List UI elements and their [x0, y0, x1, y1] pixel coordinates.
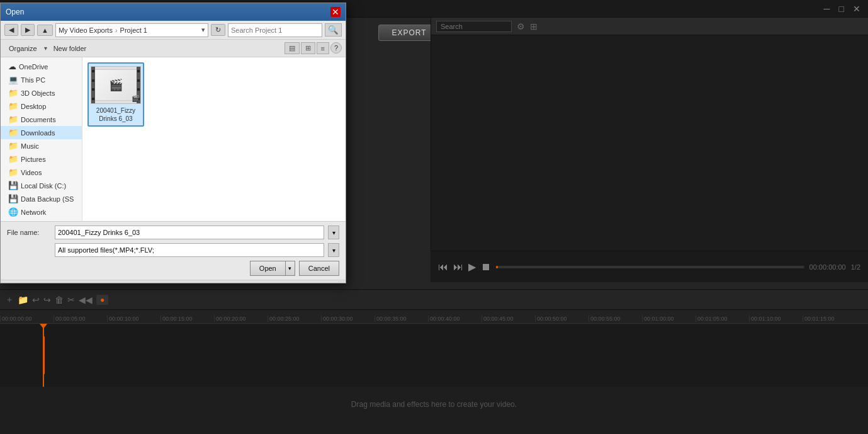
filter-icon[interactable]: ⚙ — [517, 21, 525, 31]
path-segment-project[interactable]: Project 1 — [120, 26, 147, 34]
dialog-files-area: 🎬🎬200401_Fizzy Drinks 6_03 — [82, 57, 346, 221]
new-folder-button[interactable]: New folder — [50, 43, 91, 54]
ruler-mark: 00:00:50:00 — [535, 316, 589, 322]
sidebar-item-videos[interactable]: 📁Videos — [1, 166, 82, 179]
back-button[interactable]: ◀ — [4, 24, 18, 36]
sidebar-item-downloads[interactable]: 📁Downloads — [1, 126, 82, 139]
ruler-mark: 00:00:55:00 — [589, 316, 642, 322]
path-dropdown-arrow[interactable]: ▾ — [201, 26, 205, 34]
sidebar-label-thispc: This PC — [21, 76, 45, 84]
sidebar-item-onedrive[interactable]: ☁OneDrive — [1, 60, 82, 73]
sidebar-icon-downloads: 📁 — [8, 128, 18, 137]
ruler-mark: 00:00:10:00 — [107, 316, 161, 322]
sidebar-label-music: Music — [21, 142, 39, 150]
close-icon[interactable]: ✕ — [850, 4, 863, 14]
ruler-mark: 00:00:15:00 — [161, 316, 214, 322]
marker-badge: ● — [96, 295, 108, 305]
cut-icon[interactable]: ✂ — [67, 295, 75, 305]
folder-icon[interactable]: 📁 — [18, 295, 28, 305]
dialog-search-input[interactable] — [228, 23, 322, 37]
sidebar-icon-desktop: 📁 — [8, 101, 18, 111]
dialog-search-button[interactable]: 🔍 — [325, 23, 342, 37]
ruler-mark: 00:00:40:00 — [428, 316, 482, 322]
filetype-select[interactable] — [55, 243, 324, 257]
stop-button[interactable]: ⏹ — [481, 261, 491, 273]
dialog-bottom: File name: ▾ ▾ Open ▾ Cancel — [1, 221, 346, 280]
sidebar-item-desktop[interactable]: 📁Desktop — [1, 100, 82, 113]
playback-time: 00:00:00:00 — [809, 263, 846, 271]
sidebar-item-pictures[interactable]: 📁Pictures — [1, 152, 82, 166]
forward-button[interactable]: ▶ — [21, 24, 35, 36]
timeline-area: ＋ 📁 ↩ ↪ 🗑 ✂ ◀◀ ● 00:00:00:0000:00:05:000… — [0, 289, 868, 434]
minimize-icon[interactable]: ─ — [821, 4, 833, 14]
view-button-3[interactable]: ≡ — [317, 42, 329, 54]
playback-slider[interactable] — [496, 266, 804, 268]
dialog-organize-toolbar: Organize ▾ New folder ▤ ⊞ ≡ ? — [1, 40, 346, 57]
sidebar-label-backup: Data Backup (SS — [21, 195, 74, 203]
sidebar-label-3dobjects: 3D Objects — [21, 89, 55, 97]
filetype-dropdown-arrow[interactable]: ▾ — [328, 243, 339, 257]
cancel-button[interactable]: Cancel — [299, 261, 339, 276]
filename-input[interactable] — [55, 226, 324, 239]
maximize-icon[interactable]: □ — [837, 4, 847, 14]
prev-icon[interactable]: ◀◀ — [79, 295, 93, 305]
dialog-title: Open — [6, 8, 24, 16]
sidebar-item-documents[interactable]: 📁Documents — [1, 113, 82, 126]
filename-dropdown-arrow[interactable]: ▾ — [328, 226, 339, 239]
sidebar-label-videos: Videos — [21, 169, 42, 176]
filetype-row: ▾ — [7, 243, 339, 257]
dialog-body: ☁OneDrive💻This PC📁3D Objects📁Desktop📁Doc… — [1, 57, 346, 221]
ruler-mark: 00:00:35:00 — [375, 316, 428, 322]
sidebar-item-3dobjects[interactable]: 📁3D Objects — [1, 86, 82, 100]
open-dropdown-button[interactable]: ▾ — [285, 261, 295, 276]
path-separator-1: › — [115, 26, 118, 34]
open-button[interactable]: Open — [250, 261, 285, 276]
filename-label: File name: — [7, 229, 51, 236]
media-search-input[interactable] — [436, 21, 512, 32]
film-strip-left — [91, 67, 95, 103]
add-track-icon[interactable]: ＋ — [5, 294, 14, 306]
file-thumbnail: 🎬🎬 — [91, 66, 141, 104]
resize-handle[interactable]: ⋯ — [1, 280, 346, 283]
sidebar-icon-thispc: 💻 — [8, 75, 18, 84]
dialog-close-button[interactable]: ✕ — [330, 7, 341, 17]
open-button-group: Open ▾ — [250, 261, 295, 276]
path-bar[interactable]: My Video Exports › Project 1 ▾ — [55, 23, 208, 37]
view-button-1[interactable]: ▤ — [285, 42, 300, 54]
sidebar-item-network[interactable]: 🌐Network — [1, 205, 82, 219]
open-dialog: Open ✕ ◀ ▶ ▲ My Video Exports › Project … — [0, 3, 346, 283]
grid-icon[interactable]: ⊞ — [530, 21, 538, 31]
step-back-button[interactable]: ⏭ — [453, 261, 463, 273]
playhead-line — [43, 336, 45, 374]
view-buttons: ▤ ⊞ ≡ ? — [285, 42, 342, 54]
organize-dropdown-arrow[interactable]: ▾ — [44, 45, 47, 52]
redo-icon[interactable]: ↪ — [43, 295, 51, 305]
sidebar-label-pictures: Pictures — [21, 156, 46, 163]
sidebar-item-backup[interactable]: 💾Data Backup (SS — [1, 192, 82, 205]
sidebar-icon-onedrive: ☁ — [8, 62, 16, 71]
ruler-mark: 00:01:15:00 — [803, 316, 856, 322]
path-segment-root[interactable]: My Video Exports — [59, 26, 113, 34]
timeline-toolbar: ＋ 📁 ↩ ↪ 🗑 ✂ ◀◀ ● — [0, 290, 868, 310]
undo-icon[interactable]: ↩ — [32, 295, 40, 305]
ruler-mark: 00:00:25:00 — [268, 316, 321, 322]
prev-frame-button[interactable]: ⏮ — [438, 261, 448, 273]
organize-button[interactable]: Organize — [4, 43, 42, 54]
file-item-file1[interactable]: 🎬🎬200401_Fizzy Drinks 6_03 — [87, 62, 144, 127]
playback-fraction: 1/2 — [851, 263, 860, 271]
ruler-mark: 00:01:00:00 — [642, 316, 696, 322]
sidebar-icon-network: 🌐 — [8, 207, 18, 217]
sidebar-icon-pictures: 📁 — [8, 154, 18, 164]
sidebar-item-music[interactable]: 📁Music — [1, 139, 82, 152]
ruler-mark: 00:01:05:00 — [696, 316, 749, 322]
play-button[interactable]: ▶ — [468, 261, 476, 273]
help-button[interactable]: ? — [330, 42, 342, 54]
refresh-button[interactable]: ↻ — [211, 24, 225, 36]
delete-icon[interactable]: 🗑 — [55, 295, 64, 305]
up-button[interactable]: ▲ — [37, 25, 53, 36]
sidebar-item-localdisk[interactable]: 💾Local Disk (C:) — [1, 179, 82, 192]
view-button-2[interactable]: ⊞ — [301, 42, 315, 54]
sidebar-item-thispc[interactable]: 💻This PC — [1, 73, 82, 86]
filename-row: File name: ▾ — [7, 226, 339, 239]
ruler-mark: 00:00:20:00 — [214, 316, 268, 322]
